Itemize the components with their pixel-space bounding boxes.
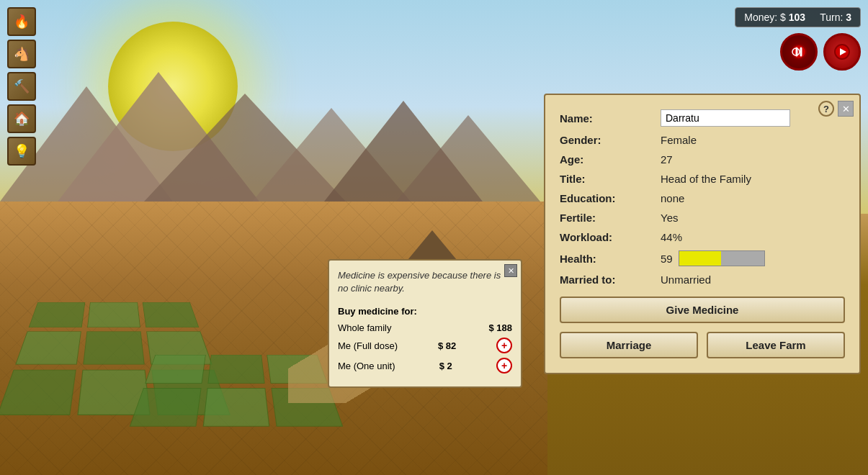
medicine-option-full-label: Me (Full dose) [338, 340, 398, 351]
medicine-option-family: Whole family $ 188 [338, 322, 512, 333]
panel-actions: Give Medicine Marriage Leave Farm [560, 297, 845, 358]
medicine-option-unit-label: Me (One unit) [338, 361, 395, 371]
farm-plot [15, 331, 81, 364]
medicine-buy-unit-button[interactable]: + [496, 358, 512, 374]
farm-plot [145, 355, 206, 384]
age-value: 27 [661, 153, 673, 166]
education-row: Education: none [560, 192, 845, 204]
health-bar-fill [679, 251, 721, 266]
name-row: Name: [560, 109, 845, 127]
married-label: Married to: [560, 273, 661, 286]
farm-plot [203, 388, 270, 427]
name-label: Name: [560, 112, 661, 125]
medicine-warning-text: Medicine is expensive because there is n… [338, 269, 512, 295]
workload-label: Workload: [560, 231, 661, 243]
fertile-row: Fertile: Yes [560, 212, 845, 224]
money-value: 103 [789, 12, 805, 23]
money-turn-bar: Money: $ 103 Turn: 3 [735, 7, 861, 27]
farm-plot [87, 302, 140, 327]
health-label: Health: [560, 253, 661, 265]
title-row: Title: Head of the Family [560, 173, 845, 185]
hud: Money: $ 103 Turn: 3 [735, 7, 861, 71]
education-value: none [661, 192, 684, 204]
farm-plot [0, 370, 76, 415]
married-value: Unmarried [661, 273, 711, 286]
age-row: Age: 27 [560, 153, 845, 166]
give-medicine-button[interactable]: Give Medicine [560, 297, 845, 323]
medicine-buy-label: Buy medicine for: [338, 306, 512, 317]
title-label: Title: [560, 173, 661, 185]
pause-button[interactable] [780, 33, 818, 71]
hud-buttons [780, 33, 861, 71]
mountains [0, 43, 547, 202]
medicine-option-family-label: Whole family [338, 322, 391, 333]
medicine-option-unit-price: $ 2 [439, 361, 452, 371]
title-value: Head of the Family [661, 173, 751, 185]
gender-row: Gender: Female [560, 134, 845, 146]
medicine-option-full: Me (Full dose) $ 82 + [338, 338, 512, 353]
fertile-label: Fertile: [560, 212, 661, 224]
turn-label: Turn: 3 [820, 12, 851, 23]
play-icon [834, 44, 850, 60]
farm-plot [207, 355, 264, 384]
pause-icon [791, 44, 807, 60]
workload-value: 44% [661, 231, 682, 243]
play-button[interactable] [823, 33, 861, 71]
action-btns-row: Marriage Leave Farm [560, 332, 845, 358]
toolbar-btn-hammer[interactable]: 🔨 [7, 72, 36, 101]
health-value: 59 [661, 253, 673, 265]
fertile-value: Yes [661, 212, 678, 224]
health-bar-container: 59 [661, 250, 765, 266]
turn-value: 3 [846, 12, 851, 23]
medicine-option-full-price: $ 82 [438, 340, 456, 351]
toolbar: 🔥 🐴 🔨 🏠 💡 [7, 7, 36, 166]
toolbar-btn-light[interactable]: 💡 [7, 137, 36, 166]
farm-plot [29, 302, 86, 327]
medicine-option-family-price: $ 188 [488, 322, 512, 333]
medicine-option-unit: Me (One unit) $ 2 + [338, 358, 512, 374]
name-input[interactable] [661, 109, 790, 127]
medicine-buy-full-button[interactable]: + [496, 338, 512, 353]
toolbar-btn-horse[interactable]: 🐴 [7, 40, 36, 68]
workload-row: Workload: 44% [560, 231, 845, 243]
panel-close-button[interactable]: ✕ [838, 101, 854, 117]
health-row: Health: 59 [560, 250, 845, 266]
health-bar-outer [679, 250, 765, 266]
farm-plot [83, 331, 144, 364]
toolbar-btn-house[interactable]: 🏠 [7, 104, 36, 133]
education-label: Education: [560, 192, 661, 204]
panel-help-button[interactable]: ? [818, 101, 834, 117]
medicine-popup: ✕ Medicine is expensive because there is… [328, 259, 522, 388]
marriage-button[interactable]: Marriage [560, 332, 698, 358]
money-label: Money: $ 103 [744, 12, 805, 23]
gender-value: Female [661, 134, 697, 146]
farm-plot [143, 302, 200, 327]
age-label: Age: [560, 153, 661, 166]
married-row: Married to: Unmarried [560, 273, 845, 286]
medicine-popup-close[interactable]: ✕ [504, 264, 517, 277]
character-info-panel: ✕ ? Name: Gender: Female Age: 27 Title: … [544, 94, 861, 374]
gender-label: Gender: [560, 134, 661, 146]
toolbar-btn-fire[interactable]: 🔥 [7, 7, 36, 36]
svg-point-6 [792, 45, 806, 59]
leave-farm-button[interactable]: Leave Farm [707, 332, 845, 358]
